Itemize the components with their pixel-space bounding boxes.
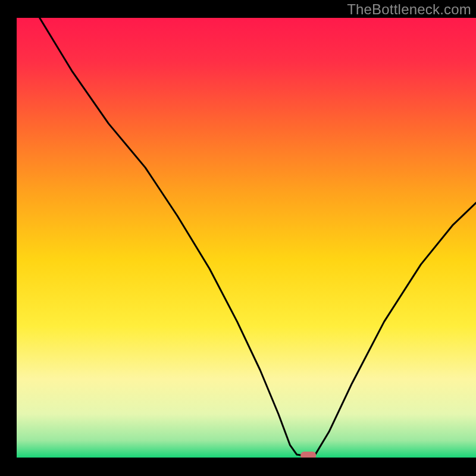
chart-frame: TheBottleneck.com xyxy=(0,0,476,476)
plot-background-gradient xyxy=(17,18,476,458)
watermark-text: TheBottleneck.com xyxy=(347,1,471,18)
bottleneck-chart xyxy=(0,0,476,476)
